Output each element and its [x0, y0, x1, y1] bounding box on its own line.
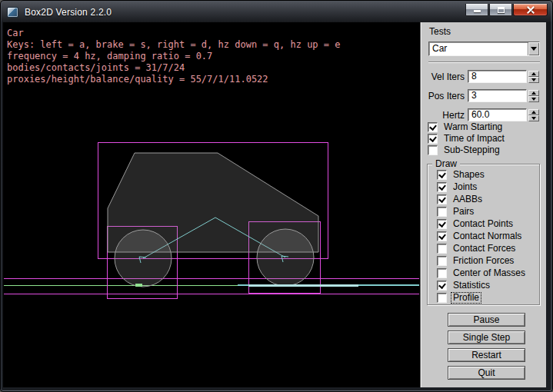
spinner-row-pos-iters: Pos Iters 3	[421, 89, 544, 102]
info-line: Keys: left = a, brake = s, right = d, hz…	[7, 39, 340, 51]
close-icon	[526, 5, 535, 15]
checkbox-row-contact-forces[interactable]: Contact Forces	[437, 244, 527, 254]
checkbox-label: Pairs	[451, 207, 475, 217]
control-panel: Tests Car Vel Iters 8 Pos Iters 3 Hertz	[420, 22, 546, 387]
hertz-input[interactable]: 60.0	[468, 108, 527, 121]
right-wheel-shape	[257, 229, 314, 286]
checkbox-row-warm-starting[interactable]: Warm Starting	[428, 122, 506, 132]
window-controls	[465, 4, 548, 16]
spinner-buttons	[528, 71, 539, 83]
checkbox-label: Contact Normals	[451, 231, 523, 241]
checkbox-label: AABBs	[451, 194, 484, 204]
checkbox-label: Time of Impact	[442, 134, 506, 144]
checkbox-row-center-of-masses[interactable]: Center of Masses	[437, 268, 527, 278]
checkbox-label: Center of Masses	[451, 268, 527, 278]
spinner-up-button[interactable]	[528, 90, 539, 96]
checkbox-aabbs[interactable]	[437, 194, 447, 204]
checkbox-time-of-impact[interactable]	[428, 134, 438, 144]
info-line: frequency = 4 hz, damping ratio = 0.7	[7, 51, 340, 62]
titlebar[interactable]: Box2D Version 2.2.0	[4, 2, 549, 22]
close-button[interactable]	[513, 4, 548, 16]
info-line: bodies/contacts/joints = 31/7/24	[7, 62, 340, 74]
checkbox-row-time-of-impact[interactable]: Time of Impact	[428, 134, 506, 144]
spinner-label: Pos Iters	[421, 91, 465, 101]
tests-dropdown-button[interactable]	[528, 42, 539, 55]
spinner-up-button[interactable]	[528, 109, 539, 115]
checkbox-shapes[interactable]	[437, 170, 447, 180]
checkbox-statistics[interactable]	[437, 281, 447, 291]
left-wheel-shape	[115, 230, 172, 287]
checkbox-label: Contact Forces	[451, 244, 517, 254]
separator	[428, 61, 540, 63]
checkbox-joints[interactable]	[437, 182, 447, 192]
checkbox-label: Friction Forces	[451, 256, 515, 266]
checkbox-row-pairs[interactable]: Pairs	[437, 207, 527, 217]
pos-iters-input[interactable]: 3	[468, 89, 527, 102]
maximize-button[interactable]	[489, 4, 512, 16]
single-step-button[interactable]: Single Step	[448, 331, 525, 344]
checkbox-row-friction-forces[interactable]: Friction Forces	[437, 256, 527, 266]
spinner-down-button[interactable]	[528, 77, 539, 83]
checkbox-profile[interactable]	[437, 293, 447, 303]
vel-iters-input[interactable]: 8	[468, 70, 527, 83]
checkbox-label: Warm Starting	[442, 122, 504, 132]
sim-info-text: CarKeys: left = a, brake = s, right = d,…	[7, 28, 340, 85]
checkbox-row-sub-stepping[interactable]: Sub-Stepping	[428, 145, 506, 155]
app-window: Box2D Version 2.2.0	[0, 0, 553, 392]
window-title: Box2D Version 2.2.0	[25, 7, 112, 18]
quit-button[interactable]: Quit	[448, 366, 525, 380]
tests-dropdown[interactable]: Car	[428, 42, 540, 56]
checkbox-pairs[interactable]	[437, 207, 447, 217]
client-area: CarKeys: left = a, brake = s, right = d,…	[3, 22, 546, 387]
spinner-row-vel-iters: Vel Iters 8	[421, 70, 544, 83]
info-line: proxies/height/balance/quality = 55/7/1/…	[7, 74, 340, 85]
info-line: Car	[7, 28, 340, 39]
pause-button[interactable]: Pause	[448, 313, 525, 327]
checkbox-label: Joints	[451, 182, 478, 192]
spinner-row-hertz: Hertz 60.0	[421, 108, 544, 121]
spinner-buttons	[528, 109, 539, 121]
spinner-up-button[interactable]	[528, 71, 539, 77]
checkbox-row-profile[interactable]: Profile	[437, 293, 527, 303]
checkbox-label: Profile	[451, 293, 481, 303]
checkbox-warm-starting[interactable]	[428, 122, 438, 132]
minimize-button[interactable]	[465, 4, 488, 16]
simulation-canvas[interactable]: CarKeys: left = a, brake = s, right = d,…	[3, 22, 420, 387]
checkbox-friction-forces[interactable]	[437, 256, 447, 266]
spinner-label: Vel Iters	[421, 71, 465, 82]
spinner-label: Hertz	[421, 110, 465, 121]
app-icon	[7, 7, 18, 18]
chevron-down-icon	[531, 47, 537, 51]
restart-button[interactable]: Restart	[448, 348, 525, 362]
tests-dropdown-value: Car	[429, 43, 528, 55]
checkbox-row-contact-points[interactable]: Contact Points	[437, 219, 527, 229]
draw-checkboxes: Shapes Joints AABBs Pairs Contact Points…	[437, 170, 527, 305]
checkbox-contact-normals[interactable]	[437, 231, 447, 241]
checkbox-sub-stepping[interactable]	[428, 145, 438, 155]
checkbox-label: Sub-Stepping	[442, 145, 501, 155]
checkbox-contact-points[interactable]	[437, 219, 447, 229]
contact-point-marker	[135, 284, 142, 287]
checkbox-row-statistics[interactable]: Statistics	[437, 281, 527, 291]
screen: Box2D Version 2.2.0	[0, 0, 553, 392]
minimize-icon	[474, 10, 481, 12]
draw-group: Draw Shapes Joints AABBs Pairs Contact P…	[427, 164, 540, 305]
checkbox-row-shapes[interactable]: Shapes	[437, 170, 527, 180]
tests-label: Tests	[429, 26, 451, 37]
checkbox-row-aabbs[interactable]: AABBs	[437, 194, 527, 204]
spinner-section: Vel Iters 8 Pos Iters 3 Hertz 60.0	[421, 70, 544, 128]
spinner-buttons	[528, 90, 539, 102]
checkbox-label: Statistics	[451, 281, 491, 291]
checkbox-label: Contact Points	[451, 219, 515, 229]
draw-group-title: Draw	[432, 159, 460, 169]
action-buttons: PauseSingle StepRestartQuit	[448, 313, 525, 384]
maximize-icon	[498, 7, 505, 13]
checkbox-row-joints[interactable]: Joints	[437, 182, 527, 192]
checkbox-center-of-masses[interactable]	[437, 268, 447, 278]
checkbox-label: Shapes	[451, 170, 486, 180]
solver-checkboxes: Warm Starting Time of Impact Sub-Steppin…	[428, 122, 506, 157]
checkbox-contact-forces[interactable]	[437, 244, 447, 254]
spinner-down-button[interactable]	[528, 96, 539, 102]
checkbox-row-contact-normals[interactable]: Contact Normals	[437, 231, 527, 241]
spinner-down-button[interactable]	[528, 115, 539, 121]
